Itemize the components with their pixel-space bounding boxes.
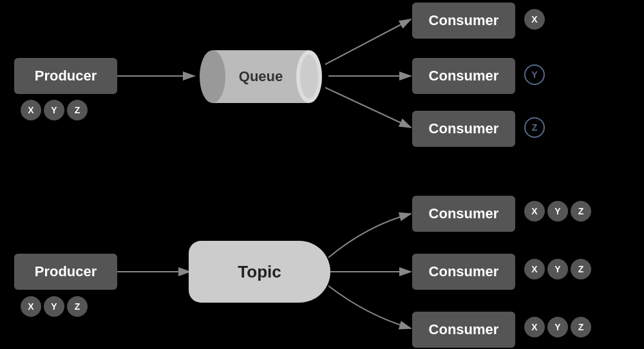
consumer-label-topic-2: Consumer — [429, 263, 499, 280]
diagram: Producer X Y Z Queue Consumer X Consumer… — [0, 0, 644, 349]
producer-label-topic: Producer — [35, 263, 97, 280]
consumer-label-queue-3: Consumer — [429, 120, 499, 137]
badge-y-c-t1: Y — [547, 201, 568, 222]
badge-z-consumer-q3: Z — [524, 117, 545, 138]
consumer-badges-topic-2: X Y Z — [523, 259, 592, 279]
consumer-badges-topic-1: X Y Z — [523, 201, 592, 222]
svg-point-10 — [300, 55, 318, 99]
badge-y-producer-topic: Y — [44, 296, 64, 317]
producer-box-topic: Producer — [14, 254, 117, 290]
consumer-box-topic-2: Consumer — [412, 254, 515, 290]
producer-box-queue: Producer — [14, 58, 117, 94]
consumer-box-topic-1: Consumer — [412, 196, 515, 232]
badge-y-c-t3: Y — [547, 317, 568, 337]
topic-shape: Topic — [189, 241, 330, 303]
badge-y-c-t2: Y — [547, 259, 568, 279]
topic-label: Topic — [238, 262, 281, 282]
badge-x-c-t2: X — [524, 259, 545, 279]
badge-z-producer-topic: Z — [67, 296, 88, 317]
consumer-label-topic-1: Consumer — [429, 205, 499, 222]
consumer-box-queue-3: Consumer — [412, 111, 515, 147]
consumer-badges-queue-1: X — [523, 9, 546, 30]
queue-label: Queue — [239, 68, 283, 85]
badge-y-producer-queue: Y — [44, 100, 64, 120]
badge-x-producer-queue: X — [21, 100, 41, 120]
badge-x-consumer-q1: X — [524, 9, 545, 30]
badge-x-producer-topic: X — [21, 296, 41, 317]
consumer-box-topic-3: Consumer — [412, 312, 515, 348]
producer-label-queue: Producer — [35, 68, 97, 84]
queue-shape: Queue — [193, 50, 328, 103]
badge-z-producer-queue: Z — [67, 100, 88, 120]
consumer-badges-topic-3: X Y Z — [523, 317, 592, 337]
badge-z-c-t3: Z — [571, 317, 591, 337]
consumer-box-queue-2: Consumer — [412, 58, 515, 94]
svg-line-4 — [325, 88, 411, 127]
badge-z-c-t2: Z — [571, 259, 591, 279]
producer-badges-queue: X Y Z — [19, 100, 89, 120]
svg-point-8 — [200, 50, 225, 103]
badge-x-c-t1: X — [524, 201, 545, 222]
svg-line-2 — [325, 19, 411, 64]
badge-y-consumer-q2: Y — [524, 64, 545, 85]
badge-x-c-t3: X — [524, 317, 545, 337]
consumer-label-topic-3: Consumer — [429, 321, 499, 338]
producer-badges-topic: X Y Z — [19, 296, 89, 317]
badge-z-c-t1: Z — [571, 201, 591, 222]
consumer-label-queue-2: Consumer — [429, 68, 499, 84]
consumer-badges-queue-2: Y — [523, 64, 546, 85]
consumer-label-queue-1: Consumer — [429, 12, 499, 29]
consumer-box-queue-1: Consumer — [412, 3, 515, 39]
consumer-badges-queue-3: Z — [523, 117, 546, 138]
